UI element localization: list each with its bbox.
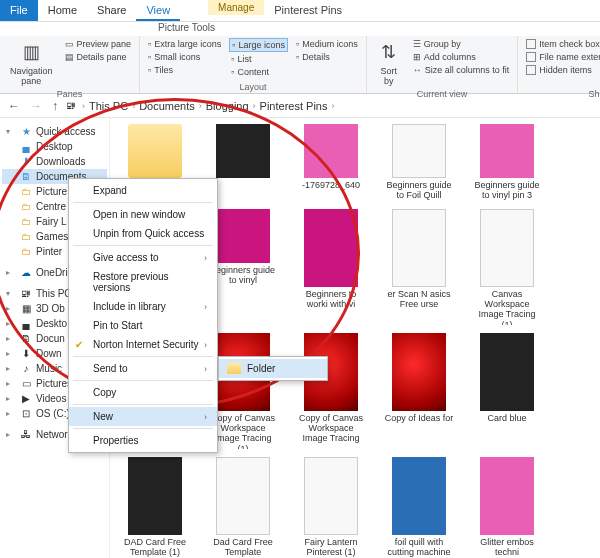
file-item[interactable]: DAD Card Free Template (1) <box>120 457 190 558</box>
layout-small[interactable]: ▫Small icons <box>146 51 223 63</box>
network-icon: 🖧 <box>20 429 32 440</box>
layout-xl[interactable]: ▫Extra large icons <box>146 38 223 50</box>
file-item[interactable]: Canvas Workspace Image Tracing (1) <box>472 209 542 325</box>
crumb-documents[interactable]: Documents <box>137 98 197 114</box>
sort-icon: ⇅ <box>377 40 401 64</box>
file-item[interactable]: Copy of Canvas Workspace Image Tracing <box>296 333 366 449</box>
file-label: Glitter embos techni <box>472 537 542 558</box>
file-item[interactable]: beginners guide to vinyl <box>208 209 278 325</box>
group-show-hide: Item check boxes File name extensions Hi… <box>518 36 600 93</box>
file-item[interactable]: Glitter embos techni <box>472 457 542 558</box>
hidden-items-toggle[interactable]: Hidden items <box>524 64 600 76</box>
ctx-include-library[interactable]: Include in library› <box>69 297 217 316</box>
file-name-extensions-toggle[interactable]: File name extensions <box>524 51 600 63</box>
file-label: foil quill with cutting machine <box>384 537 454 558</box>
file-thumbnail <box>392 333 446 411</box>
sort-by-button[interactable]: ⇅ Sort by <box>373 38 405 88</box>
ctx-expand[interactable]: Expand <box>69 181 217 200</box>
ctx-pin-start[interactable]: Pin to Start <box>69 316 217 335</box>
preview-pane-button[interactable]: ▭Preview pane <box>63 38 134 50</box>
size-all-columns-button[interactable]: ↔Size all columns to fit <box>411 64 512 76</box>
context-menu: Expand Open in new window Unpin from Qui… <box>68 178 218 453</box>
tab-file[interactable]: File <box>0 0 38 21</box>
pc-icon: 🖳 <box>20 288 32 299</box>
file-thumbnail <box>304 457 358 535</box>
folder-icon <box>227 363 241 374</box>
ctx-new-folder[interactable]: Folder <box>219 359 327 378</box>
file-item[interactable] <box>208 124 278 201</box>
tab-view[interactable]: View <box>136 0 180 21</box>
file-label: Copy of Canvas Workspace Image Tracing <box>296 413 366 444</box>
back-button[interactable]: ← <box>6 97 22 115</box>
file-thumbnail <box>304 209 358 287</box>
sidebar-quick-access[interactable]: ▾★Quick access <box>2 124 107 139</box>
layout-list[interactable]: ▫List <box>229 53 288 65</box>
file-label: Beginners to worki with vi <box>296 289 366 310</box>
file-thumbnail <box>128 457 182 535</box>
group-layout: ▫Extra large icons ▫Small icons ▫Tiles ▫… <box>140 36 367 93</box>
file-item[interactable]: foil quill with cutting machine <box>384 457 454 558</box>
file-thumbnail <box>392 457 446 535</box>
file-item[interactable]: Beginners guide to Foil Quill <box>384 124 454 201</box>
ctx-restore[interactable]: Restore previous versions <box>69 267 217 297</box>
sidebar-item-downloads[interactable]: ⬇Downloads <box>2 154 107 169</box>
file-item[interactable]: Copy of Canvas Workspace Image Tracing (… <box>208 333 278 449</box>
up-button[interactable]: ↑ <box>50 97 60 115</box>
ctx-new[interactable]: New› <box>69 407 217 426</box>
file-item[interactable]: Beginners to worki with vi <box>296 209 366 325</box>
layout-content[interactable]: ▫Content <box>229 66 288 78</box>
navigation-pane-icon: ▥ <box>19 40 43 64</box>
sidebar-item-desktop[interactable]: ▄Desktop <box>2 139 107 154</box>
navigation-pane-button[interactable]: ▥ Navigation pane <box>6 38 57 88</box>
crumb-thispc[interactable]: This PC <box>87 98 130 114</box>
norton-icon: ✔ <box>75 339 83 350</box>
file-thumbnail <box>392 124 446 178</box>
file-item[interactable]: Beginners guide to vinyl pin 3 <box>472 124 542 201</box>
group-by-button[interactable]: ☰Group by <box>411 38 512 50</box>
ctx-send-to[interactable]: Send to› <box>69 359 217 378</box>
layout-details[interactable]: ▫Details <box>294 51 360 63</box>
layout-large[interactable]: ▫Large icons <box>229 38 288 52</box>
group-current-view: ⇅ Sort by ☰Group by ⊞Add columns ↔Size a… <box>367 36 519 93</box>
file-item[interactable]: Fairy Lantern Pinterest (1) <box>296 457 366 558</box>
file-item[interactable]: er Scan N asics Free urse <box>384 209 454 325</box>
file-thumbnail <box>128 124 182 178</box>
ctx-norton[interactable]: ✔Norton Internet Security› <box>69 335 217 354</box>
file-item[interactable]: Copy of Ideas for <box>384 333 454 449</box>
file-thumbnail <box>216 124 270 178</box>
layout-tiles[interactable]: ▫Tiles <box>146 64 223 76</box>
ctx-properties[interactable]: Properties <box>69 431 217 450</box>
item-check-boxes-toggle[interactable]: Item check boxes <box>524 38 600 50</box>
file-label: -1769728_640 <box>302 180 360 190</box>
ribbon: ▥ Navigation pane ▭Preview pane ▤Details… <box>0 36 600 94</box>
star-icon: ★ <box>20 126 32 137</box>
ctx-copy[interactable]: Copy <box>69 383 217 402</box>
file-thumbnail <box>480 457 534 535</box>
tab-home[interactable]: Home <box>38 0 87 21</box>
details-pane-button[interactable]: ▤Details pane <box>63 51 134 63</box>
add-columns-button[interactable]: ⊞Add columns <box>411 51 512 63</box>
breadcrumb: › This PC› Documents› Blogging› Pinteres… <box>82 98 334 114</box>
file-label: DAD Card Free Template (1) <box>120 537 190 558</box>
tab-share[interactable]: Share <box>87 0 136 21</box>
ribbon-tabs: File Home Share View Manage Pinterest Pi… <box>0 0 600 22</box>
layout-medium[interactable]: ▫Medium icons <box>294 38 360 50</box>
ctx-give-access[interactable]: Give access to› <box>69 248 217 267</box>
file-label: Fairy Lantern Pinterest (1) <box>296 537 366 558</box>
ctx-unpin[interactable]: Unpin from Quick access <box>69 224 217 243</box>
crumb-pinterest-pins[interactable]: Pinterest Pins <box>258 98 330 114</box>
crumb-blogging[interactable]: Blogging <box>204 98 251 114</box>
file-item[interactable]: -1769728_640 <box>296 124 366 201</box>
file-thumbnail <box>392 209 446 287</box>
file-thumbnail <box>216 209 270 263</box>
file-thumbnail <box>304 124 358 178</box>
file-item[interactable]: Dad Card Free Template <box>208 457 278 558</box>
file-label: Card blue <box>487 413 526 423</box>
forward-button[interactable]: → <box>28 97 44 115</box>
file-item[interactable]: Card blue <box>472 333 542 449</box>
file-label: Copy of Canvas Workspace Image Tracing (… <box>208 413 278 449</box>
file-label: Dad Card Free Template <box>208 537 278 558</box>
context-submenu-new: Folder <box>218 356 328 381</box>
ctx-open-new-window[interactable]: Open in new window <box>69 205 217 224</box>
tab-picture-tools[interactable]: Picture Tools <box>0 22 600 36</box>
